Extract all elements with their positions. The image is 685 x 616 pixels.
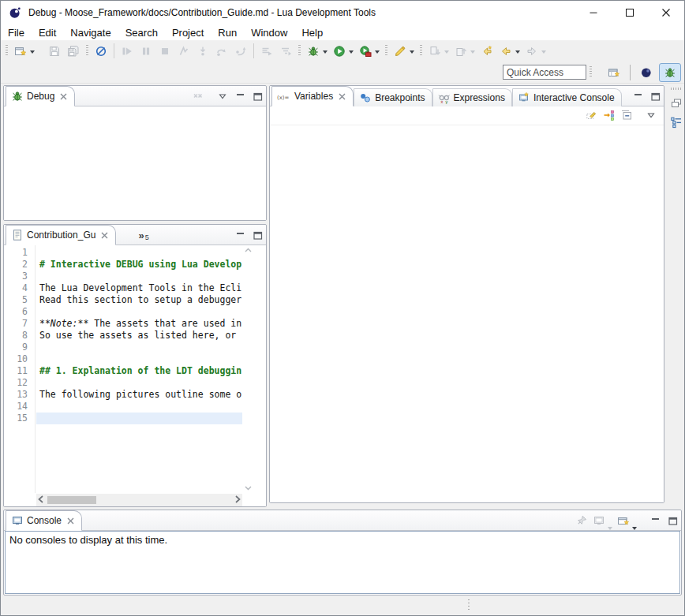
last-edit-location-button[interactable] (477, 43, 496, 60)
dropdown-arrow-icon[interactable] (515, 50, 520, 54)
run-button[interactable] (330, 43, 349, 60)
hidden-editors-chevron[interactable]: »5 (138, 230, 148, 241)
tab-breakpoints[interactable]: Breakpoints (354, 88, 432, 106)
code-line[interactable] (36, 271, 242, 282)
menu-run[interactable]: Run (211, 25, 244, 40)
tab-interactive-console[interactable]: Interactive Console (512, 88, 622, 106)
previous-annotation-button[interactable] (451, 43, 470, 60)
resume-button[interactable] (118, 43, 137, 60)
code-line[interactable]: Read this section to setup a debugger (36, 294, 242, 306)
toolbar-drag-handle[interactable] (420, 45, 422, 57)
tab-expressions[interactable]: xyExpressions (432, 88, 512, 106)
code-line[interactable]: **Note:** The assets that are used in (36, 318, 242, 330)
display-selected-console-button[interactable] (591, 513, 607, 528)
minimize-button[interactable] (630, 88, 646, 104)
maximize-button[interactable] (249, 227, 265, 243)
show-type-names-button[interactable] (584, 107, 600, 123)
code-line[interactable] (36, 306, 242, 318)
editor-horizontal-scrollbar[interactable] (36, 494, 242, 506)
code-line[interactable] (36, 247, 242, 259)
collapse-all-button[interactable] (619, 107, 634, 123)
forward-button[interactable] (522, 43, 541, 60)
quick-access-input[interactable] (503, 65, 586, 80)
menu-navigate[interactable]: Navigate (63, 25, 118, 40)
skip-all-breakpoints-button[interactable] (92, 43, 110, 60)
scroll-left-icon[interactable] (38, 495, 43, 503)
pin-console-button[interactable] (574, 513, 590, 528)
close-icon[interactable] (59, 92, 68, 101)
scrollbar-thumb[interactable] (47, 496, 96, 504)
status-drag-handle[interactable] (468, 599, 470, 612)
code-line[interactable]: So use the assets as listed here, or (36, 330, 242, 342)
dropdown-arrow-icon[interactable] (323, 50, 328, 54)
close-icon[interactable] (100, 231, 109, 240)
trim-drag-handle[interactable] (671, 88, 681, 90)
suspend-button[interactable] (137, 43, 155, 60)
maximize-button[interactable] (664, 513, 680, 528)
tab-console[interactable]: Console (6, 510, 82, 531)
show-logical-structures-button[interactable] (601, 107, 617, 123)
dropdown-arrow-icon[interactable] (608, 527, 612, 530)
toggle-step-filters-button[interactable] (276, 43, 295, 60)
dropdown-arrow-icon[interactable] (444, 50, 449, 54)
menu-search[interactable]: Search (118, 25, 165, 40)
mark-occurrences-button[interactable] (391, 43, 410, 60)
step-over-button[interactable] (212, 43, 231, 60)
code-line[interactable] (36, 413, 242, 424)
debug-button[interactable] (304, 43, 323, 60)
menu-edit[interactable]: Edit (32, 25, 63, 40)
step-into-button[interactable] (193, 43, 212, 60)
editor-vertical-scrollbar[interactable] (242, 245, 254, 493)
maximize-button[interactable] (647, 88, 663, 104)
scroll-right-icon[interactable] (235, 495, 241, 503)
remove-all-terminated-button[interactable] (190, 88, 206, 104)
toolbar-drag-handle[interactable] (6, 45, 8, 57)
scroll-up-icon[interactable] (245, 248, 252, 252)
menu-help[interactable]: Help (294, 25, 330, 40)
maximize-button[interactable] (612, 1, 648, 24)
back-button[interactable] (496, 43, 515, 60)
code-line[interactable]: The following pictures outline some o (36, 389, 242, 401)
dropdown-arrow-icon[interactable] (470, 50, 475, 54)
code-line[interactable] (36, 342, 242, 353)
view-menu-button[interactable] (215, 88, 230, 104)
close-icon[interactable] (66, 517, 75, 525)
tab-debug[interactable]: Debug (6, 86, 75, 106)
step-return-button[interactable] (231, 43, 250, 60)
minimize-button[interactable] (647, 513, 663, 528)
menu-project[interactable]: Project (165, 25, 211, 40)
open-console-button[interactable] (616, 513, 631, 528)
code-line[interactable] (36, 377, 242, 389)
tab-variables[interactable]: (x)=Variables (271, 86, 354, 106)
toolbar-drag-handle[interactable] (86, 45, 88, 57)
restore-views-button[interactable] (668, 95, 684, 111)
menu-file[interactable]: File (1, 25, 32, 40)
debug-perspective-button[interactable] (659, 63, 681, 82)
save-button[interactable] (45, 43, 64, 60)
toolbar-drag-handle[interactable] (298, 45, 301, 57)
dropdown-arrow-icon[interactable] (375, 50, 380, 54)
dropdown-arrow-icon[interactable] (541, 50, 546, 54)
dropdown-arrow-icon[interactable] (349, 50, 354, 54)
close-icon[interactable] (338, 92, 346, 101)
save-all-button[interactable] (64, 43, 83, 60)
scroll-down-icon[interactable] (245, 486, 252, 491)
code-line[interactable]: The Lua Development Tools in the Ecli (36, 282, 242, 294)
terminate-button[interactable] (155, 43, 174, 60)
minimize-button[interactable] (232, 88, 248, 104)
maximize-button[interactable] (249, 88, 265, 104)
open-perspective-button[interactable] (603, 63, 625, 82)
dropdown-arrow-icon[interactable] (410, 50, 414, 54)
dropdown-arrow-icon[interactable] (30, 50, 35, 54)
code-line[interactable]: # Interactive DEBUG using Lua Develop (36, 259, 242, 271)
line-number-ruler[interactable]: 123456789101112131415 (4, 245, 36, 493)
code-line[interactable] (36, 353, 242, 365)
code-line[interactable] (36, 401, 242, 413)
toolbar-drag-handle[interactable] (590, 66, 592, 78)
toolbar-drag-handle[interactable] (385, 45, 387, 57)
menu-window[interactable]: Window (244, 25, 294, 40)
close-button[interactable] (648, 1, 684, 24)
code-line[interactable]: ## 1. Explanation of the LDT debuggin (36, 365, 242, 377)
minimize-button[interactable] (232, 227, 248, 243)
tab-contribution-guide[interactable]: Contribution_Gu (6, 225, 116, 245)
